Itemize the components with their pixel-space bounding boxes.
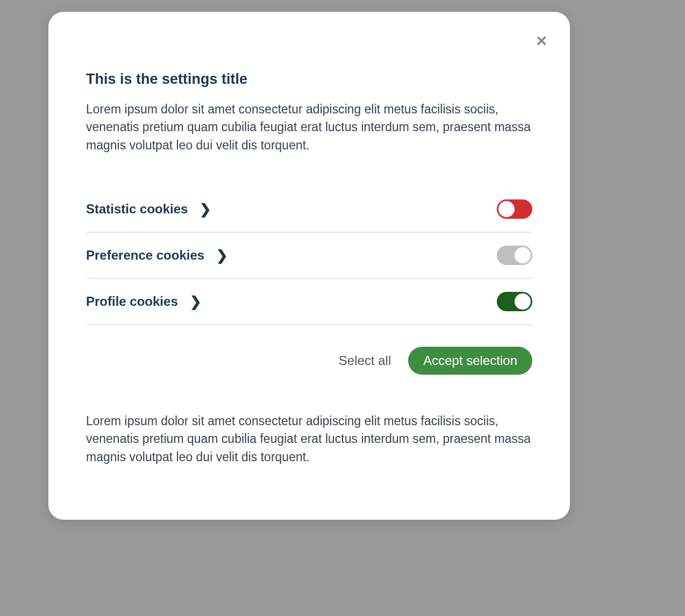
button-row: Select all Accept selection	[86, 347, 532, 375]
toggle-knob	[515, 247, 531, 263]
cookie-label: Statistic cookies	[86, 202, 188, 217]
cookie-row-statistic: Statistic cookies ❯	[86, 187, 532, 233]
cookie-row-preference: Preference cookies ❯	[86, 233, 532, 279]
modal-description: Lorem ipsum dolor sit amet consectetur a…	[86, 101, 532, 154]
toggle-statistic[interactable]	[497, 199, 532, 219]
modal-title: This is the settings title	[86, 71, 532, 88]
chevron-right-icon: ❯	[199, 201, 211, 218]
modal-footer-text: Lorem ipsum dolor sit amet consectetur a…	[86, 412, 532, 466]
cookie-list: Statistic cookies ❯ Preference cookies ❯…	[86, 187, 532, 325]
cookie-expand-preference[interactable]: Preference cookies ❯	[86, 247, 228, 264]
cookie-label: Preference cookies	[86, 248, 204, 263]
accept-selection-button[interactable]: Accept selection	[408, 347, 532, 375]
close-icon: ×	[536, 30, 547, 51]
toggle-preference[interactable]	[497, 246, 532, 265]
select-all-button[interactable]: Select all	[337, 348, 393, 374]
cookie-row-profile: Profile cookies ❯	[86, 279, 532, 325]
toggle-knob	[498, 201, 515, 217]
cookie-label: Profile cookies	[86, 294, 178, 309]
cookie-settings-modal: × This is the settings title Lorem ipsum…	[48, 12, 570, 520]
close-button[interactable]: ×	[532, 27, 551, 54]
chevron-right-icon: ❯	[216, 247, 228, 264]
cookie-expand-profile[interactable]: Profile cookies ❯	[86, 293, 202, 310]
toggle-knob	[515, 293, 531, 310]
toggle-profile[interactable]	[497, 292, 532, 311]
cookie-expand-statistic[interactable]: Statistic cookies ❯	[86, 201, 211, 218]
chevron-right-icon: ❯	[190, 293, 202, 310]
